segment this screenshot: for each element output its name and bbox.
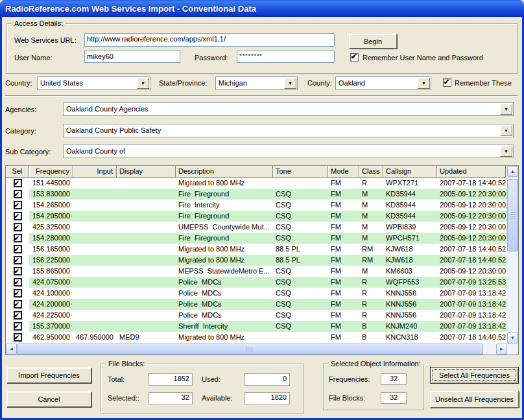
column-header-display[interactable]: Display	[117, 166, 176, 178]
cell-updated: 2005-09-12 20:30:00	[437, 233, 506, 244]
chevron-down-icon[interactable]: ▼	[500, 125, 512, 136]
chevron-down-icon[interactable]: ▼	[500, 146, 512, 157]
chevron-down-icon[interactable]: ▼	[418, 78, 430, 89]
row-select-checkbox[interactable]	[14, 256, 22, 264]
country-select[interactable]: United States ▼	[37, 76, 150, 90]
table-row[interactable]: 156.225000Migrated to 800 MHz88.5 PLFMRM…	[6, 255, 507, 266]
row-select-checkbox[interactable]	[14, 223, 22, 231]
table-row[interactable]: 154.280000Fire FiregroundCSQFMMWPCH57120…	[6, 233, 507, 244]
row-select-checkbox[interactable]	[14, 190, 22, 198]
focus-ring	[433, 369, 516, 381]
column-header-frequency[interactable]: Frequency	[29, 166, 73, 178]
column-header-callsign[interactable]: Callsign	[383, 166, 437, 178]
scroll-down-icon[interactable]: ▼	[507, 332, 518, 344]
column-header-class[interactable]: Class	[359, 166, 383, 178]
scroll-left-icon[interactable]: ◄	[6, 344, 17, 355]
password-input[interactable]: ********	[237, 51, 335, 63]
cell-class: R	[359, 288, 383, 299]
cell-updated: 2007-07-09 13:18:42	[437, 321, 506, 332]
cell-tone: CSQ	[273, 277, 328, 288]
chevron-down-icon[interactable]: ▼	[137, 78, 149, 89]
title-bar[interactable]: RadioReference.com Web Services Import -…	[0, 0, 524, 17]
select-all-frequencies-button[interactable]: Select All Frequencies	[430, 367, 519, 384]
row-select-checkbox[interactable]	[14, 179, 22, 187]
cell-tone: CSQ	[273, 321, 328, 332]
cancel-button[interactable]: Cancel	[6, 391, 91, 407]
table-row[interactable]: 424.225000Police MDCsCSQFMRKNNJ5562007-0…	[6, 310, 507, 321]
table-row[interactable]: 155.370000Sheriff IntercityCSQFMBKNJM240…	[6, 321, 507, 332]
cell-updated: 2005-09-12 20:30:00	[437, 211, 506, 222]
row-select-checkbox[interactable]	[14, 300, 22, 309]
column-header-input[interactable]: Input	[73, 166, 117, 178]
unselect-all-frequencies-button[interactable]: Unselect All Frequencies	[430, 391, 519, 408]
agencies-label: Agencies:	[5, 106, 36, 113]
agencies-select[interactable]: Oakland County Agencies ▼	[63, 102, 514, 116]
table-row[interactable]: 424.075000Police MDCsCSQFMRWQFP5532007-0…	[6, 277, 507, 288]
vertical-scrollbar-thumb[interactable]	[507, 179, 518, 251]
horizontal-scrollbar-thumb[interactable]	[17, 344, 483, 355]
cell-input	[73, 255, 117, 266]
cell-description: UMEPSS Countywide Mut...	[176, 222, 273, 233]
row-select-checkbox[interactable]	[14, 333, 22, 342]
chevron-down-icon[interactable]: ▼	[284, 78, 296, 89]
sub-category-label: Sub Category:	[5, 148, 51, 156]
scroll-up-icon[interactable]: ▲	[507, 166, 518, 177]
table-row[interactable]: 424.200000Police MDCsCSQFMRKNNJ5562007-0…	[6, 299, 507, 310]
cell-input	[73, 244, 117, 255]
column-header-sel[interactable]: Sel	[6, 166, 29, 178]
cell-frequency: 424.225000	[29, 310, 73, 321]
column-header-description[interactable]: Description	[176, 166, 273, 178]
county-select[interactable]: Oakland ▼	[335, 76, 431, 90]
row-select-checkbox[interactable]	[14, 234, 22, 242]
cell-class: M	[359, 233, 383, 244]
import-frequencies-button[interactable]: Import Frequencies	[6, 368, 91, 383]
column-header-tone[interactable]: Tone	[273, 166, 328, 178]
cell-sel	[6, 178, 29, 189]
cell-mode: FM	[328, 310, 359, 321]
table-row[interactable]: 151.445000Migrated to 800 MHzFMRWPXT2712…	[6, 178, 507, 189]
row-select-checkbox[interactable]	[14, 311, 22, 320]
table-row[interactable]: 154.295000Fire FiregroundCSQFMMKD3594420…	[6, 211, 507, 222]
web-services-url-input[interactable]: http://www.radioreference.com/apps/xml1.…	[84, 33, 335, 47]
table-row[interactable]: 153.830000Fire FiregroundCSQFMMKD3594420…	[6, 189, 507, 200]
row-select-checkbox[interactable]	[14, 212, 22, 220]
sub-category-select[interactable]: Oakland County of ▼	[63, 145, 514, 158]
cell-updated: 2005-09-12 20:30:00	[437, 266, 506, 277]
user-name-input[interactable]: mikey60	[84, 51, 180, 63]
cell-callsign: KNCN318	[383, 332, 437, 343]
table-row[interactable]: 155.865000MEPSS StatewideMetro E...CSQFM…	[6, 266, 507, 277]
remember-credentials-checkbox[interactable]	[350, 53, 359, 62]
cell-mode: FM	[328, 222, 359, 233]
table-row[interactable]: 156.165000Migrated to 800 MHz88.5 PLFMRM…	[6, 244, 507, 255]
cell-description: Fire Fireground	[176, 211, 273, 222]
horizontal-scrollbar[interactable]: ◄ ►	[6, 344, 507, 355]
row-select-checkbox[interactable]	[14, 289, 22, 298]
row-select-checkbox[interactable]	[14, 201, 22, 209]
scroll-right-icon[interactable]: ►	[496, 344, 507, 355]
column-header-updated[interactable]: Updated	[437, 166, 506, 178]
cell-updated: 2005-09-12 20:30:00	[437, 222, 506, 233]
cell-tone: CSQ	[273, 266, 328, 277]
user-name-label: User Name:	[14, 54, 53, 62]
cell-class: R	[359, 310, 383, 321]
password-label: Password:	[195, 54, 228, 62]
column-header-mode[interactable]: Mode	[328, 166, 359, 178]
vertical-scrollbar[interactable]: ▲ ▼	[507, 166, 518, 344]
cell-sel	[6, 266, 29, 277]
cell-mode: FM	[328, 178, 359, 189]
category-select[interactable]: Oakland County Public Safety ▼	[63, 124, 514, 137]
remember-credentials-label: Remember User Name and Password	[363, 54, 483, 62]
state-province-select[interactable]: Michigan ▼	[215, 76, 298, 90]
row-select-checkbox[interactable]	[14, 267, 22, 275]
row-select-checkbox[interactable]	[14, 245, 22, 253]
table-row[interactable]: 462.950000467.950000MED9Migrated to 800 …	[6, 332, 507, 343]
table-row[interactable]: 425.325000UMEPSS Countywide Mut...CSQFMM…	[6, 222, 507, 233]
row-select-checkbox[interactable]	[14, 322, 22, 331]
remember-these-checkbox[interactable]	[443, 78, 451, 87]
begin-button[interactable]: Begin	[349, 34, 397, 49]
row-select-checkbox[interactable]	[14, 278, 22, 286]
cell-display	[117, 222, 176, 233]
table-row[interactable]: 154.265000Fire IntercityCSQFMMKD35944200…	[6, 200, 507, 211]
chevron-down-icon[interactable]: ▼	[500, 104, 512, 115]
table-row[interactable]: 424.100000Police MDCsCSQFMRKNNJ5562007-0…	[6, 288, 507, 299]
